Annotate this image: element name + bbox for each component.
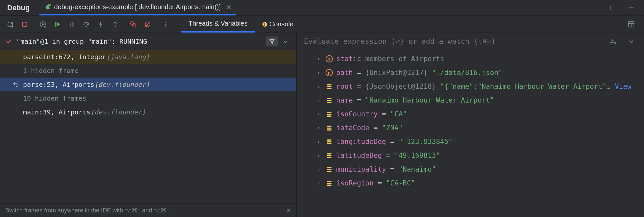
close-tab-icon[interactable]: ✕ [226,3,232,11]
step-into-icon[interactable] [95,19,106,30]
svg-rect-4 [629,7,634,8]
var-more: … [607,83,615,90]
more-icon[interactable] [605,2,616,13]
frame-method: parse:53, Airports [23,81,94,88]
frame-row[interactable]: main:39, Airports (dev.flounder) [0,105,296,119]
frames-list: parseInt:672, Integer (java.lang) 1 hidd… [0,50,296,203]
var-row[interactable]: › iataCode = "ZNA" [297,121,644,135]
svg-point-0 [48,4,51,6]
svg-rect-52 [327,167,332,168]
chevron-right-icon[interactable]: › [316,96,322,104]
vars-dropdown-icon[interactable] [626,36,637,47]
layout-settings-icon[interactable] [626,19,637,30]
svg-rect-34 [327,84,332,85]
chevron-right-icon[interactable]: › [316,179,322,187]
var-name: iataCode [336,124,369,132]
filter-frames-icon[interactable] [266,36,278,46]
svg-point-2 [610,7,611,8]
var-name: static [336,55,361,63]
svg-rect-41 [327,114,332,115]
var-row[interactable]: › isoCountry = "CA" [297,107,644,121]
chevron-right-icon[interactable]: › [316,110,322,118]
var-row[interactable]: › latitudeDeg = "49.169813" [297,149,644,162]
var-eq: = [382,152,394,159]
thread-status-text: "main"@1 in group "main": RUNNING [16,37,147,45]
var-value: "49.169813" [394,152,440,159]
svg-rect-55 [327,181,332,182]
step-over-icon[interactable] [81,19,92,30]
thread-header[interactable]: "main"@1 in group "main": RUNNING [0,33,296,50]
tip-bar: Switch frames from anywhere in the IDE w… [0,203,296,217]
var-row[interactable]: › municipality = "Nanaimo" [297,162,644,176]
chevron-right-icon[interactable]: › [316,138,322,146]
var-row-static[interactable]: › s static members of Airports [297,52,644,66]
svg-rect-43 [327,126,332,127]
var-row[interactable]: › p path = {UnixPath@1217} "./data/816.j… [297,66,644,80]
tab-threads-variables[interactable]: Threads & Variables [181,16,255,33]
evaluate-expression-input[interactable] [304,37,607,45]
var-name: municipality [336,165,386,173]
step-out-icon[interactable] [110,19,121,30]
svg-rect-27 [264,25,265,26]
svg-point-22 [165,22,166,23]
field-icon [326,152,333,159]
view-breakpoints-icon[interactable] [128,19,139,30]
frame-package: (dev.flounder) [94,81,150,88]
var-value: "CA-BC" [386,179,415,187]
console-warning-icon [262,22,267,27]
svg-point-1 [610,5,611,6]
tab-console[interactable]: Console [255,16,301,33]
pause-icon[interactable] [66,19,77,30]
tab-threads-label: Threads & Variables [188,20,248,27]
svg-rect-42 [327,116,332,117]
resume-icon[interactable] [52,19,63,30]
tip-close-icon[interactable]: ✕ [286,207,291,214]
var-name: name [336,96,353,104]
var-eq: = [353,96,365,104]
svg-rect-54 [327,171,332,172]
frame-hidden-row[interactable]: 1 hidden frame [0,64,296,78]
chevron-right-icon[interactable]: › [316,165,322,173]
minimize-icon[interactable] [626,2,637,13]
var-row[interactable]: › isoRegion = "CA-BC" [297,176,644,190]
frame-row[interactable]: parseInt:672, Integer (java.lang) [0,50,296,64]
static-icon: s [326,55,333,62]
field-icon [326,97,333,104]
chevron-right-icon[interactable]: › [316,124,322,132]
svg-line-9 [45,27,46,28]
var-name: latitudeDeg [336,152,382,159]
var-members: members of Airports [361,55,444,63]
run-config-tab-label: debug-exceptions-example [:dev.flounder.… [54,3,221,11]
frames-pane: "main"@1 in group "main": RUNNING parseI… [0,33,297,217]
var-row[interactable]: › name = "Nanaimo Harbour Water Airport" [297,93,644,107]
svg-rect-40 [327,112,332,113]
tool-window-title: Debug [7,4,30,12]
thread-dropdown-icon[interactable] [280,36,291,47]
drop-frame-icon[interactable] [12,81,19,88]
var-value: "-123.933845" [399,138,453,146]
field-icon [326,83,333,90]
svg-rect-37 [327,98,332,99]
chevron-right-icon[interactable]: › [316,152,322,159]
var-type: {JsonObject@1218} [365,83,440,90]
stop-icon[interactable] [19,19,30,30]
chevron-right-icon[interactable]: › [316,83,322,90]
rerun-icon[interactable] [5,19,16,30]
show-execution-point-icon[interactable] [37,19,48,30]
field-icon [326,124,333,132]
chevron-right-icon[interactable]: › [316,69,322,77]
var-row[interactable]: › longitudeDeg = "-123.933845" [297,135,644,149]
frame-row-selected[interactable]: parse:53, Airports (dev.flounder) [0,78,296,91]
var-row[interactable]: › root = {JsonObject@1218} "{"name":"Nan… [297,80,644,93]
add-watch-icon[interactable] [607,36,618,47]
chevron-right-icon[interactable]: › [316,55,322,63]
svg-rect-47 [327,141,332,142]
more-actions-icon[interactable] [160,19,171,30]
run-config-tab[interactable]: debug-exceptions-example [:dev.flounder.… [39,0,236,15]
frame-hidden-row[interactable]: 10 hidden frames [0,91,296,105]
view-link[interactable]: View [615,83,632,90]
var-eq: = [353,83,365,90]
svg-point-17 [114,26,116,27]
svg-point-23 [165,24,166,25]
mute-breakpoints-icon[interactable] [142,19,153,30]
